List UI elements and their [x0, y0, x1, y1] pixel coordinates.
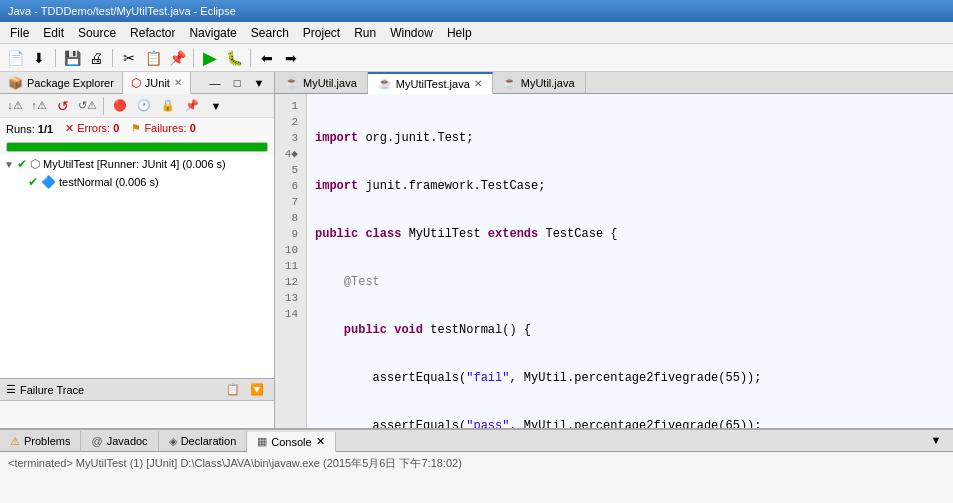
- editor-tab-myutil-2[interactable]: ☕ MyUtil.java: [493, 72, 586, 93]
- console-icon: ▦: [257, 435, 267, 448]
- menu-project[interactable]: Project: [297, 24, 346, 42]
- failure-trace-label: Failure Trace: [20, 384, 84, 396]
- minimize-left-btn[interactable]: —: [204, 72, 226, 94]
- toolbar-btn-2[interactable]: ⬇: [28, 47, 50, 69]
- line-num-3: 3: [279, 130, 302, 146]
- line-num-4: 4◆: [279, 146, 302, 162]
- failure-trace-content: [0, 401, 274, 428]
- code-content[interactable]: import org.junit.Test; import junit.fram…: [307, 94, 953, 428]
- console-content: <terminated> MyUtilTest (1) [JUnit] D:\C…: [0, 452, 953, 503]
- toolbar-btn-7[interactable]: 📌: [166, 47, 188, 69]
- panel-tabs: 📦 Package Explorer ⬡ JUnit ✕ — □ ▼: [0, 72, 274, 94]
- toolbar-sep-3: [193, 49, 194, 67]
- menu-file[interactable]: File: [4, 24, 35, 42]
- filter-trace-btn[interactable]: 🔽: [246, 379, 268, 401]
- menu-navigate[interactable]: Navigate: [183, 24, 242, 42]
- toolbar-btn-9[interactable]: ➡: [280, 47, 302, 69]
- console-text: <terminated> MyUtilTest (1) [JUnit] D:\C…: [8, 457, 462, 469]
- run-button[interactable]: ▶: [199, 47, 221, 69]
- editor-tab-myutiltest[interactable]: ☕ MyUtilTest.java ✕: [368, 72, 493, 94]
- junit-progress-bar: [6, 142, 268, 152]
- junit-info: Runs: 1/1 ✕ Errors: 0 ⚑ Failures: 0: [0, 118, 274, 139]
- failure-trace-panel: ☰ Failure Trace 📋 🔽: [0, 378, 274, 428]
- test-tree[interactable]: ▼ ✔ ⬡ MyUtilTest [Runner: JUnit 4] (0.00…: [0, 155, 274, 378]
- close-console-tab[interactable]: ✕: [316, 435, 325, 448]
- tree-case-item[interactable]: ✔ 🔷 testNormal (0.006 s): [0, 173, 274, 191]
- junit-rerun-fail-btn[interactable]: ↺⚠: [76, 95, 98, 117]
- toolbar-btn-8[interactable]: ⬅: [256, 47, 278, 69]
- left-panel: 📦 Package Explorer ⬡ JUnit ✕ — □ ▼ ↓⚠ ↑⚠…: [0, 72, 275, 428]
- failures-label: ⚑ Failures: 0: [131, 122, 195, 135]
- editor-tab-label-1: MyUtil.java: [303, 77, 357, 89]
- bottom-tabs: ⚠ Problems @ Javadoc ◈ Declaration ▦ Con…: [0, 430, 953, 452]
- copy-trace-btn[interactable]: 📋: [222, 379, 244, 401]
- menu-run[interactable]: Run: [348, 24, 382, 42]
- tree-collapse-icon[interactable]: ▼: [4, 159, 14, 170]
- code-line-1: import org.junit.Test;: [315, 130, 945, 146]
- code-line-4: @Test: [315, 274, 945, 290]
- runs-label: Runs: 1/1: [6, 123, 53, 135]
- editor-tab-myutil-1[interactable]: ☕ MyUtil.java: [275, 72, 368, 93]
- main-layout: 📦 Package Explorer ⬡ JUnit ✕ — □ ▼ ↓⚠ ↑⚠…: [0, 72, 953, 428]
- menu-refactor[interactable]: Refactor: [124, 24, 181, 42]
- toolbar-btn-6[interactable]: 📋: [142, 47, 164, 69]
- junit-view-menu[interactable]: ▼: [205, 95, 227, 117]
- progress-bar-fill: [7, 143, 267, 151]
- toolbar-btn-5[interactable]: ✂: [118, 47, 140, 69]
- bottom-tab-declaration[interactable]: ◈ Declaration: [159, 431, 248, 451]
- toolbar: 📄 ⬇ 💾 🖨 ✂ 📋 📌 ▶ 🐛 ⬅ ➡: [0, 44, 953, 72]
- line-num-13: 13: [279, 290, 302, 306]
- junit-scroll-lock[interactable]: 🔒: [157, 95, 179, 117]
- junit-show-fail-only[interactable]: 🔴: [109, 95, 131, 117]
- junit-runner-icon: ⬡: [30, 157, 40, 171]
- menu-edit[interactable]: Edit: [37, 24, 70, 42]
- junit-pin-btn[interactable]: 📌: [181, 95, 203, 117]
- line-num-6: 6: [279, 178, 302, 194]
- sidebar-icon: ☰: [6, 383, 16, 396]
- toolbar-sep-4: [250, 49, 251, 67]
- right-panel: ☕ MyUtil.java ☕ MyUtilTest.java ✕ ☕ MyUt…: [275, 72, 953, 428]
- junit-rerun-btn[interactable]: ↺: [52, 95, 74, 117]
- bottom-tab-problems[interactable]: ⚠ Problems: [0, 431, 81, 451]
- bottom-tab-console[interactable]: ▦ Console ✕: [247, 432, 335, 452]
- code-editor[interactable]: 1 2 3 4◆ 5 6 7 8 9 10 11 12 13 14 import…: [275, 94, 953, 428]
- bottom-panel-menu[interactable]: ▼: [925, 429, 947, 451]
- suite-pass-icon: ✔: [17, 157, 27, 171]
- javadoc-icon: @: [91, 435, 102, 447]
- tree-suite-item[interactable]: ▼ ✔ ⬡ MyUtilTest [Runner: JUnit 4] (0.00…: [0, 155, 274, 173]
- line-num-7: 7: [279, 194, 302, 210]
- junit-prev-fail-btn[interactable]: ↑⚠: [28, 95, 50, 117]
- menu-search[interactable]: Search: [245, 24, 295, 42]
- toolbar-sep-2: [112, 49, 113, 67]
- junit-next-fail-btn[interactable]: ↓⚠: [4, 95, 26, 117]
- toolbar-btn-3[interactable]: 💾: [61, 47, 83, 69]
- new-button[interactable]: 📄: [4, 47, 26, 69]
- menu-help[interactable]: Help: [441, 24, 478, 42]
- menu-window[interactable]: Window: [384, 24, 439, 42]
- problems-label: Problems: [24, 435, 70, 447]
- junit-toolbar: ↓⚠ ↑⚠ ↺ ↺⚠ 🔴 🕐 🔒 📌 ▼: [0, 94, 274, 118]
- tab-package-explorer[interactable]: 📦 Package Explorer: [0, 72, 123, 93]
- menu-source[interactable]: Source: [72, 24, 122, 42]
- debug-button[interactable]: 🐛: [223, 47, 245, 69]
- line-num-9: 9: [279, 226, 302, 242]
- test-method-icon: 🔷: [41, 175, 56, 189]
- line-numbers: 1 2 3 4◆ 5 6 7 8 9 10 11 12 13 14: [275, 94, 307, 428]
- line-num-11: 11: [279, 258, 302, 274]
- tab-junit-label: JUnit: [145, 77, 170, 89]
- bottom-tab-javadoc[interactable]: @ Javadoc: [81, 431, 158, 451]
- junit-history-btn[interactable]: 🕐: [133, 95, 155, 117]
- close-junit-tab[interactable]: ✕: [174, 77, 182, 88]
- close-editor-tab[interactable]: ✕: [474, 78, 482, 89]
- failure-trace-header: ☰ Failure Trace 📋 🔽: [0, 379, 274, 401]
- title-bar: Java - TDDDemo/test/MyUtilTest.java - Ec…: [0, 0, 953, 22]
- editor-tab-label-3: MyUtil.java: [521, 77, 575, 89]
- maximize-left-btn[interactable]: □: [226, 72, 248, 94]
- toolbar-btn-4[interactable]: 🖨: [85, 47, 107, 69]
- toolbar-sep-1: [55, 49, 56, 67]
- test-pass-icon: ✔: [28, 175, 38, 189]
- errors-label: ✕ Errors: 0: [65, 122, 119, 135]
- panel-menu-btn[interactable]: ▼: [248, 72, 270, 94]
- tab-junit[interactable]: ⬡ JUnit ✕: [123, 72, 191, 94]
- declaration-icon: ◈: [169, 435, 177, 448]
